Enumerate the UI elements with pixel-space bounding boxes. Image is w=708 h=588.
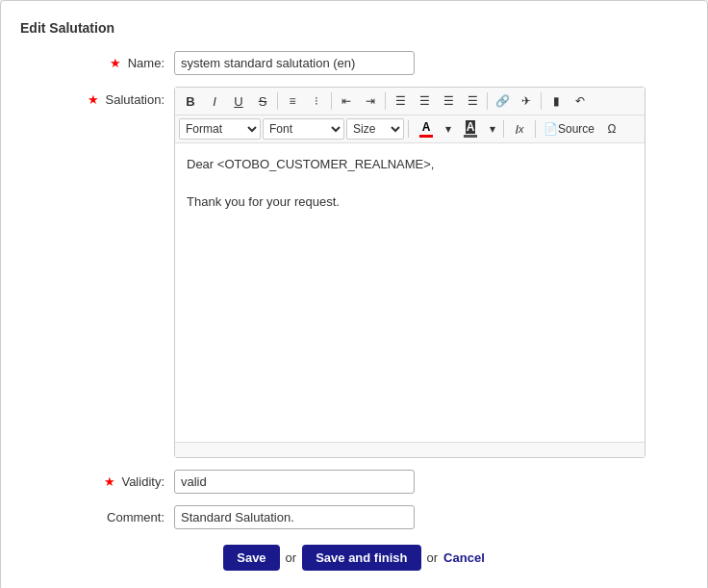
actions-row: Save or Save and finish or Cancel [20, 545, 688, 571]
separator-7 [503, 120, 504, 138]
comment-label: Comment: [20, 505, 174, 524]
blockquote-button[interactable]: ▮ [544, 90, 568, 112]
align-justify-button[interactable]: ☰ [461, 90, 484, 112]
source-icon: 📄 [544, 122, 558, 136]
required-star: ★ [110, 56, 121, 70]
toolbar-row-2: Format Font Size A ▾ A [175, 115, 645, 143]
validity-label: ★ Validity: [20, 470, 174, 489]
align-center-button[interactable]: ☰ [413, 90, 436, 112]
cancel-button[interactable]: Cancel [443, 550, 485, 565]
salutation-row: ★ Salutation: B I U S ≡ ⁝ ⇤ ⇥ ☰ [20, 87, 688, 458]
comment-field-wrapper [174, 505, 688, 529]
comment-input[interactable] [174, 505, 415, 529]
separator-1 [277, 92, 278, 110]
underline-button[interactable]: U [227, 90, 250, 112]
content-line-2 [187, 174, 633, 193]
special-chars-button[interactable]: Ω [600, 118, 623, 140]
or-text-1: or [286, 550, 297, 565]
unlink-button[interactable]: ✈ [515, 90, 538, 112]
required-star-validity: ★ [104, 474, 115, 489]
clear-format-button[interactable]: Ix [508, 118, 531, 140]
validity-row: ★ Validity: [20, 470, 688, 494]
name-input[interactable] [174, 51, 415, 75]
content-line-3: Thank you for your request. [187, 192, 633, 212]
strikethrough-button[interactable]: S [251, 90, 274, 112]
page-title: Edit Salutation [20, 20, 688, 36]
save-and-finish-button[interactable]: Save and finish [302, 545, 420, 571]
link-button[interactable]: 🔗 [491, 90, 514, 112]
rich-text-editor: B I U S ≡ ⁝ ⇤ ⇥ ☰ ☰ ☰ ☰ 🔗 [174, 87, 645, 458]
outdent-button[interactable]: ⇤ [335, 90, 358, 112]
indent-button[interactable]: ⇥ [359, 90, 382, 112]
size-select[interactable]: Size [346, 118, 404, 140]
comment-row: Comment: [20, 505, 688, 529]
bg-color-dropdown[interactable]: ▾ [486, 118, 499, 140]
validity-input[interactable] [174, 470, 415, 494]
separator-6 [408, 120, 409, 138]
font-color-button[interactable]: A [413, 118, 440, 140]
save-button[interactable]: Save [223, 545, 279, 571]
validity-field-wrapper [174, 470, 688, 494]
bold-button[interactable]: B [179, 90, 202, 112]
bg-color-bar [464, 135, 477, 138]
separator-3 [385, 92, 386, 110]
format-select[interactable]: Format [179, 118, 261, 140]
source-button[interactable]: 📄 Source [540, 118, 598, 140]
font-color-dropdown[interactable]: ▾ [442, 118, 455, 140]
unordered-list-button[interactable]: ⁝ [305, 90, 328, 112]
editor-wrapper: B I U S ≡ ⁝ ⇤ ⇥ ☰ ☰ ☰ ☰ 🔗 [174, 87, 688, 458]
italic-button[interactable]: I [203, 90, 226, 112]
separator-4 [487, 92, 488, 110]
separator-5 [541, 92, 542, 110]
editor-content[interactable]: Dear <OTOBO_CUSTOMER_REALNAME>, Thank yo… [175, 143, 645, 442]
editor-statusbar [175, 442, 645, 457]
salutation-label: ★ Salutation: [20, 87, 174, 107]
name-row: ★ Name: [20, 51, 688, 75]
name-label: ★ Name: [20, 51, 174, 70]
ordered-list-button[interactable]: ≡ [281, 90, 304, 112]
page-container: Edit Salutation ★ Name: ★ Salutation: B … [0, 0, 708, 588]
font-select[interactable]: Font [263, 118, 344, 140]
undo-button[interactable]: ↶ [569, 90, 592, 112]
separator-2 [331, 92, 332, 110]
align-right-button[interactable]: ☰ [437, 90, 460, 112]
name-field-wrapper [174, 51, 688, 75]
content-line-1: Dear <OTOBO_CUSTOMER_REALNAME>, [187, 155, 633, 174]
toolbar-row-1: B I U S ≡ ⁝ ⇤ ⇥ ☰ ☰ ☰ ☰ 🔗 [175, 88, 645, 115]
separator-8 [535, 120, 536, 138]
font-color-bar [419, 135, 433, 138]
required-star-salutation: ★ [88, 92, 99, 107]
align-left-button[interactable]: ☰ [389, 90, 412, 112]
or-text-2: or [427, 550, 439, 565]
bg-color-button[interactable]: A [457, 118, 484, 140]
